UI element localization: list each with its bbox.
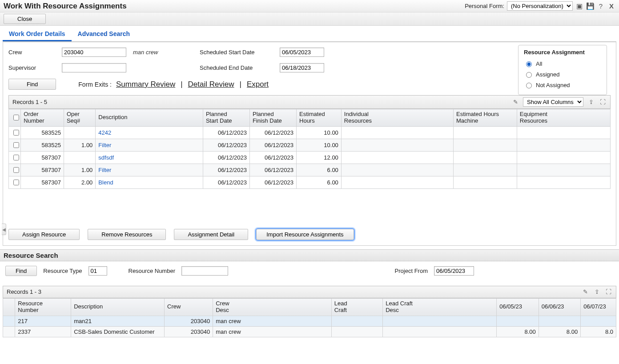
supervisor-input[interactable] [62, 63, 126, 72]
show-columns-select[interactable]: Show All Columns [523, 97, 583, 107]
cell-order-number: 587307 [21, 164, 64, 176]
save-icon[interactable]: 💾 [586, 2, 594, 10]
ra-assigned-row[interactable]: Assigned [524, 69, 600, 80]
grid1-hdr-order-number[interactable]: OrderNumber [21, 109, 64, 127]
export-link[interactable]: Export [247, 80, 269, 89]
ra-all-row[interactable]: All [524, 58, 600, 69]
assignment-detail-button[interactable]: Assignment Detail [174, 229, 248, 240]
cell-description[interactable]: Blend [96, 176, 203, 188]
grid1-header-row: OrderNumber OperSeq# Description Planned… [9, 109, 611, 127]
cell-estimated-hours: 6.00 [297, 176, 342, 188]
tab-advanced-search[interactable]: Advanced Search [72, 28, 137, 41]
customize-grid2-icon[interactable]: ✎ [581, 288, 589, 296]
grid2-hdr-crew[interactable]: Crew [165, 298, 213, 316]
import-resource-assignments-button[interactable]: Import Resource Assignments [256, 229, 354, 240]
scheduled-end-date-label: Scheduled End Date [200, 64, 280, 71]
rs-find-button[interactable]: Find [5, 266, 37, 276]
cell-planned-start: 06/12/2023 [203, 176, 249, 188]
cell-lead-craft [331, 326, 382, 337]
resource-grid: ResourceNumber Description Crew CrewDesc… [3, 298, 616, 337]
cell-description[interactable]: sdfsdf [96, 151, 203, 164]
assign-resource-button[interactable]: Assign Resource [8, 229, 80, 240]
row-checkbox[interactable] [13, 180, 19, 185]
grid2-hdr-d3[interactable]: 06/07/23 [581, 298, 616, 316]
ra-assigned-radio[interactable] [526, 72, 532, 78]
cell-description[interactable]: Filter [96, 164, 203, 176]
grid2-header-row: ResourceNumber Description Crew CrewDesc… [3, 298, 616, 316]
work-order-grid: OrderNumber OperSeq# Description Planned… [8, 109, 611, 189]
row-checkbox[interactable] [13, 142, 19, 148]
export-grid-icon[interactable]: ⇪ [587, 98, 595, 106]
maximize-grid2-icon[interactable]: ⛶ [604, 288, 612, 296]
cell-lead-craft-desc [383, 326, 497, 337]
row-checkbox[interactable] [13, 167, 19, 173]
find-button[interactable]: Find [8, 79, 56, 90]
cell-description[interactable]: Filter [96, 139, 203, 151]
table-row[interactable]: 5873072.00Blend06/12/202306/12/20236.00 [9, 176, 611, 188]
cell-equipment-resources [517, 139, 610, 151]
page-title: Work With Resource Assignments [4, 2, 127, 11]
project-from-input[interactable] [434, 266, 474, 276]
personal-form-select[interactable]: (No Personalization) [507, 1, 573, 11]
cell-planned-start: 06/12/2023 [203, 126, 249, 139]
close-button[interactable]: Close [4, 14, 46, 24]
ra-not-assigned-row[interactable]: Not Assigned [524, 80, 600, 90]
remove-resources-button[interactable]: Remove Resources [88, 229, 166, 240]
cell-planned-start: 06/12/2023 [203, 151, 249, 164]
cell-description[interactable]: 4242 [96, 126, 203, 139]
grid1-hdr-description[interactable]: Description [96, 109, 203, 127]
cell-d1: 8.00 [497, 326, 539, 337]
scheduled-end-date-input[interactable] [280, 63, 324, 72]
cell-crew-desc: man crew [213, 316, 332, 326]
cell-crew: 203040 [165, 316, 213, 326]
grid1-hdr-planned-finish[interactable]: PlannedFinish Date [249, 109, 296, 127]
resource-number-input[interactable] [181, 266, 228, 276]
table-row[interactable]: 2337CSB-Sales Domestic Customer203040man… [3, 326, 616, 337]
help-icon[interactable]: ? [597, 2, 605, 10]
summary-review-link[interactable]: Summary Review [116, 80, 175, 89]
table-row[interactable]: 5873071.00Filter06/12/202306/12/20236.00 [9, 164, 611, 176]
grid1-hdr-planned-start[interactable]: PlannedStart Date [203, 109, 249, 127]
grid2-hdr-d2[interactable]: 06/06/23 [539, 298, 580, 316]
table-row[interactable]: 217man21203040man crew [3, 316, 616, 326]
work-order-details-panel: ◀ Crew man crew Scheduled Start Date Sup… [3, 42, 616, 246]
grid1-hdr-est-hours-machine[interactable]: Estimated HoursMachine [453, 109, 517, 127]
resource-assignment-title: Resource Assignment [524, 49, 600, 56]
collapse-tab[interactable]: ◀ [2, 224, 6, 235]
grid2-hdr-resource-number[interactable]: ResourceNumber [15, 298, 71, 316]
cell-estimated-hours: 12.00 [297, 151, 342, 164]
grid2-hdr-description[interactable]: Description [71, 298, 165, 316]
detail-review-link[interactable]: Detail Review [188, 80, 234, 89]
grid1-hdr-oper-seq[interactable]: OperSeq# [64, 109, 95, 127]
grid1-hdr-individual-resources[interactable]: IndividualResources [341, 109, 453, 127]
grid2-hdr-d1[interactable]: 06/05/23 [497, 298, 539, 316]
resource-type-input[interactable] [88, 266, 107, 276]
maximize-grid-icon[interactable]: ⛶ [599, 98, 607, 106]
close-icon[interactable]: X [607, 2, 615, 10]
cell-estimated-hours: 6.00 [297, 164, 342, 176]
scheduled-start-date-input[interactable] [280, 48, 324, 57]
tab-work-order-details[interactable]: Work Order Details [3, 28, 72, 41]
cell-estimated-hours: 10.00 [297, 126, 342, 139]
customize-grid-icon[interactable]: ✎ [511, 98, 519, 106]
row-checkbox[interactable] [13, 130, 19, 136]
grid1-hdr-checkbox[interactable] [9, 109, 21, 127]
preview-icon[interactable]: ▣ [575, 2, 583, 10]
cell-est-hours-machine [453, 164, 517, 176]
table-row[interactable]: 583525424206/12/202306/12/202310.00 [9, 126, 611, 139]
export-grid2-icon[interactable]: ⇪ [593, 288, 601, 296]
grid1-hdr-equipment-resources[interactable]: EquipmentResources [517, 109, 610, 127]
grid2-hdr-crew-desc[interactable]: CrewDesc [213, 298, 332, 316]
row-selector[interactable] [3, 326, 15, 337]
grid2-hdr-lead-craft[interactable]: LeadCraft [331, 298, 382, 316]
grid2-hdr-lead-craft-desc[interactable]: Lead CraftDesc [383, 298, 497, 316]
crew-input[interactable] [62, 48, 126, 57]
ra-all-radio[interactable] [526, 61, 532, 67]
row-selector[interactable] [3, 316, 15, 326]
table-row[interactable]: 587307sdfsdf06/12/202306/12/202312.00 [9, 151, 611, 164]
grid1-hdr-estimated-hours[interactable]: EstimatedHours [297, 109, 342, 127]
ra-not-assigned-radio[interactable] [526, 83, 532, 88]
grid2-hdr-checkbox[interactable] [3, 298, 15, 316]
row-checkbox[interactable] [13, 155, 19, 160]
table-row[interactable]: 5835251.00Filter06/12/202306/12/202310.0… [9, 139, 611, 151]
